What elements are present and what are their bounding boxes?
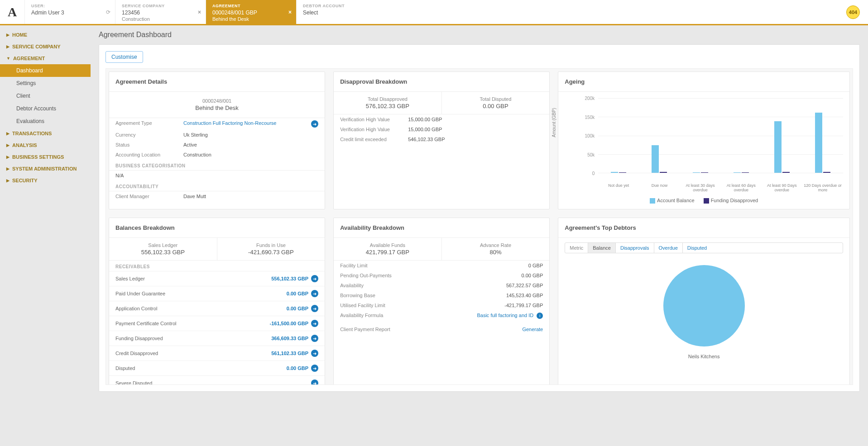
receivable-key: Credit Disapproved (115, 351, 271, 356)
customise-button[interactable]: Customise (106, 51, 143, 63)
legend-funding-disapproved: Funding Disapproved (704, 198, 758, 204)
arrow-right-icon[interactable]: ➜ (311, 305, 318, 312)
sidebar-item-business-settings[interactable]: ▶BUSINESS SETTINGS (0, 151, 91, 163)
caret-right-icon: ▶ (6, 166, 10, 171)
arrow-right-icon[interactable]: ➜ (311, 275, 318, 282)
metric-tab-disapprovals[interactable]: Disapprovals (616, 243, 654, 253)
y-tick: 150k (585, 114, 595, 119)
arrow-right-icon[interactable]: ➜ (311, 365, 318, 372)
debtor-account-slot[interactable]: DEBTOR ACCOUNT Select (296, 0, 387, 24)
metric-tab-metric: Metric (565, 243, 588, 253)
arrow-right-icon[interactable]: ➜ (311, 290, 318, 297)
sidebar-sub-evaluations[interactable]: Evaluations (0, 115, 91, 128)
generate-report-link[interactable]: Generate (408, 327, 543, 332)
total-disputed-label: Total Disputed (445, 96, 547, 102)
sidebar-item-label: AGREEMENT (13, 56, 45, 61)
topbar: A USER: Admin User 3 ⟳ SERVICE COMPANY 1… (0, 0, 868, 25)
sidebar-sub-debtor-accounts[interactable]: Debtor Accounts (0, 102, 91, 115)
advance-rate-label: Advance Rate (445, 242, 547, 248)
disapproval-row: Credit limit exceeded546,102.33 GBP (334, 134, 549, 144)
availability-formula-link[interactable]: Basic full factoring and ID i (408, 313, 543, 319)
detail-value: Uk Sterling (183, 132, 318, 138)
receivable-value[interactable]: 0.00 GBP (287, 306, 308, 311)
page-title: Agreement Dashboard (99, 31, 860, 39)
service-company-slot[interactable]: SERVICE COMPANY 123456 Construction × (115, 0, 206, 24)
agreement-value: 0000248/001 GBP (212, 9, 290, 16)
detail-row: CurrencyUk Sterling (109, 130, 325, 140)
user-value: Admin User 3 (31, 9, 109, 16)
disapproval-key: Verification High Value (340, 127, 408, 132)
sidebar-item-label: ANALYSIS (12, 142, 37, 148)
bar-funding-disapproved (782, 172, 790, 173)
sidebar-item-system-administration[interactable]: ▶SYSTEM ADMINISTRATION (0, 163, 91, 175)
receivable-value[interactable]: 0.00 GBP (287, 291, 308, 296)
availability-key: Borrowing Base (340, 293, 417, 298)
sidebar-sub-client[interactable]: Client (0, 90, 91, 102)
receivable-value[interactable]: 0.00 GBP (287, 365, 308, 371)
detail-row: StatusActive (109, 140, 325, 150)
receivable-row: Funding Disapproved366,609.33 GBP➜ (109, 331, 325, 346)
disapproval-value: 546,102.33 GBP (408, 137, 543, 142)
service-company-label: SERVICE COMPANY (122, 4, 199, 8)
arrow-right-icon[interactable]: ➜ (311, 335, 318, 342)
receivable-value[interactable]: 561,102.33 GBP (271, 351, 308, 356)
receivable-value[interactable]: 366,609.33 GBP (271, 336, 308, 341)
arrow-right-icon[interactable]: ➜ (311, 380, 318, 385)
x-tick: At least 30 days overdue (680, 183, 721, 192)
availability-value: -421,799.17 GBP (417, 303, 543, 308)
sidebar-item-security[interactable]: ▶SECURITY (0, 175, 91, 186)
client-manager-label: Client Manager (115, 194, 183, 199)
y-tick: 50k (587, 152, 595, 157)
metric-tab-overdue[interactable]: Overdue (654, 243, 683, 253)
agreement-number: 0000248/001 (109, 98, 325, 104)
availability-breakdown-card: Availability Breakdown Available Funds 4… (333, 218, 550, 385)
total-disputed-value: 0.00 GBP (445, 103, 547, 109)
close-icon[interactable]: × (198, 9, 201, 15)
caret-down-icon: ▼ (6, 56, 10, 61)
info-icon[interactable]: i (537, 313, 543, 319)
close-icon[interactable]: × (288, 9, 292, 15)
detail-key: Currency (115, 132, 183, 138)
detail-value: Construction (183, 152, 318, 157)
x-tick: Due now (639, 183, 680, 192)
y-tick: 100k (585, 133, 595, 138)
x-tick: 120 Days overdue or more (802, 183, 843, 192)
y-tick: 200k (585, 96, 595, 101)
availability-value: 567,322.57 GBP (417, 283, 543, 288)
detail-key: Accounting Location (115, 152, 183, 157)
arrow-right-icon[interactable]: ➜ (311, 320, 318, 327)
receivable-value[interactable]: -161,500.00 GBP (270, 321, 309, 326)
sidebar-item-agreement[interactable]: ▼AGREEMENT (0, 52, 91, 64)
sidebar-sub-dashboard[interactable]: Dashboard (0, 64, 91, 77)
arrow-right-icon[interactable]: ➜ (311, 120, 318, 128)
receivable-key: Disputed (115, 365, 287, 371)
caret-right-icon: ▶ (6, 143, 10, 147)
bar-funding-disapproved (823, 172, 830, 173)
receivable-value[interactable]: 556,102.33 GBP (271, 276, 308, 281)
sidebar-sub-settings[interactable]: Settings (0, 77, 91, 90)
arrow-right-icon[interactable]: ➜ (311, 350, 318, 357)
sidebar-item-transactions[interactable]: ▶TRANSACTIONS (0, 128, 91, 139)
sidebar-item-analysis[interactable]: ▶ANALYSIS (0, 139, 91, 151)
metric-tab-disputed[interactable]: Disputed (683, 243, 711, 253)
sidebar-item-home[interactable]: ▶HOME (0, 29, 91, 41)
sales-ledger-label: Sales Ledger (112, 242, 214, 248)
detail-value[interactable]: Construction Full Factoring Non-Recourse (183, 120, 308, 126)
notification-badge[interactable]: 404 (838, 0, 868, 24)
disapproval-value: 15,000.00 GBP (408, 117, 543, 122)
service-company-value: 123456 (122, 9, 199, 16)
sidebar-item-service-company[interactable]: ▶SERVICE COMPANY (0, 41, 91, 52)
bar-group (814, 113, 832, 173)
receivable-key: Paid Under Guarantee (115, 291, 287, 296)
detail-value: Active (183, 142, 318, 147)
x-tick: Not due yet (598, 183, 639, 192)
disapproval-row: Verification High Value15,000.00 GBP (334, 124, 549, 134)
available-funds-label: Available Funds (336, 242, 439, 248)
bar-account-balance (693, 172, 700, 173)
bar-group (773, 121, 791, 173)
metric-tab-balance[interactable]: Balance (588, 243, 616, 253)
app-logo[interactable]: A (0, 0, 24, 24)
bar-group (650, 145, 668, 173)
refresh-icon[interactable]: ⟳ (106, 9, 110, 15)
agreement-slot[interactable]: AGREEMENT 0000248/001 GBP Behind the Des… (206, 0, 296, 24)
